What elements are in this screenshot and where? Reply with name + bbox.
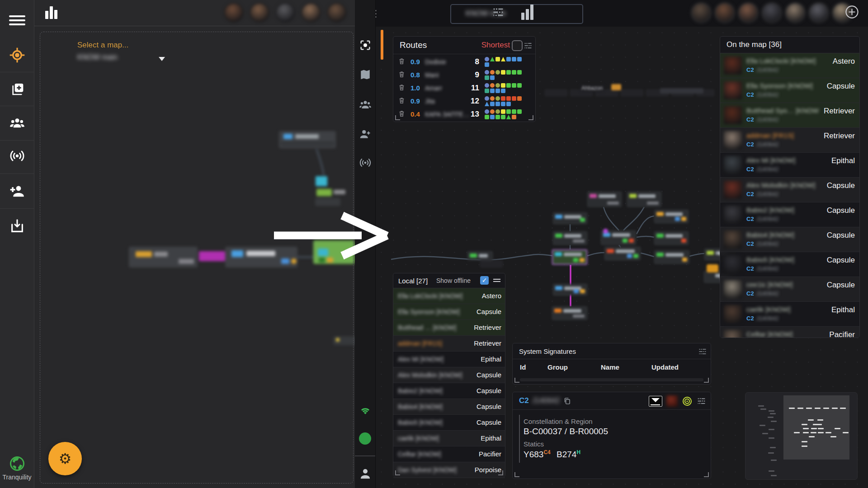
pilot-portrait[interactable] — [724, 255, 742, 273]
pilot-portrait[interactable] — [724, 181, 742, 199]
route-row[interactable]: 0.9Dodixie8 — [393, 56, 535, 69]
pilot-name[interactable]: Alex Molodkin [KNOW] — [746, 181, 816, 189]
on-map-row[interactable]: caelik [KNOW]C2J140642Epithal — [720, 302, 859, 327]
pilot-name[interactable]: addman [FR1S] — [398, 340, 442, 347]
system-node[interactable] — [587, 192, 622, 207]
avatar[interactable] — [738, 2, 759, 23]
on-map-row[interactable]: Alex Molodkin [KNOW]C2J140642Capsule — [720, 178, 859, 202]
route-row[interactable]: 0.8Mani9 — [393, 69, 535, 82]
route-row[interactable]: 0.4КАРА ЗАПТЕ…13 — [393, 108, 535, 122]
center-focus-icon[interactable] — [355, 33, 375, 57]
map-select-value[interactable]: KNOW main — [77, 53, 118, 61]
route-destination[interactable]: КАРА ЗАПТЕ… — [425, 111, 470, 118]
broadcast-icon[interactable] — [355, 151, 375, 174]
system-settings-icon[interactable] — [697, 396, 706, 406]
shortest-checkbox[interactable] — [512, 40, 523, 51]
filter-settings-icon[interactable] — [492, 6, 505, 19]
on-map-row[interactable]: Ella LokClocki [KNOW]C2J140642Astero — [720, 53, 859, 78]
groups-icon[interactable] — [0, 106, 34, 140]
pilot-name[interactable]: Ella LokClocki [KNOW] — [398, 292, 462, 300]
person-add-icon[interactable] — [355, 122, 375, 145]
pilot-portrait[interactable] — [724, 280, 742, 298]
on-map-row[interactable]: Butthead Syo… [KNOW]C2J140642Retriever — [720, 103, 859, 128]
minimap-viewport[interactable] — [783, 395, 849, 460]
route-destination[interactable]: Amarr — [425, 84, 442, 92]
on-map-row[interactable]: Babio2 [KNOW]C2J140642Capsule — [720, 202, 859, 227]
pilot-name[interactable]: Ella LokClocki [KNOW] — [746, 57, 816, 65]
pilot-portrait[interactable] — [724, 81, 742, 99]
system-node[interactable] — [467, 251, 493, 260]
route-row[interactable]: 0.9Jita12 — [393, 95, 535, 108]
pilot-name[interactable]: caelik [KNOW] — [398, 435, 439, 442]
pilot-name[interactable]: caelik [KNOW] — [746, 305, 791, 313]
avatar[interactable] — [785, 2, 806, 23]
system-node[interactable] — [654, 250, 689, 264]
col-id[interactable]: Id — [520, 363, 526, 371]
avatar[interactable] — [224, 3, 244, 23]
trash-icon[interactable] — [399, 84, 405, 93]
add-circle-icon[interactable] — [844, 5, 859, 19]
add-map-icon[interactable] — [0, 72, 34, 106]
secondary-map-canvas[interactable]: Select a map... KNOW main — [34, 0, 355, 488]
pilot-portrait[interactable] — [724, 106, 742, 124]
avatar[interactable] — [761, 2, 782, 23]
local-row[interactable]: Ella LokClocki [KNOW]Astero — [393, 288, 505, 304]
settings-fab[interactable]: ⚙ — [48, 442, 82, 475]
avatar[interactable] — [714, 2, 735, 23]
route-destination[interactable]: Mani — [425, 71, 439, 79]
local-row[interactable]: Celltar [KNOW]Pacifier — [393, 446, 505, 462]
local-row[interactable]: Babio4 [KNOW]Capsule — [393, 399, 505, 415]
system-node[interactable] — [654, 210, 689, 223]
pilot-portrait[interactable] — [724, 330, 742, 338]
local-row[interactable]: Alex Mi [KNOW]Epithal — [393, 352, 505, 367]
map-name-input[interactable]: KNOW main — [450, 4, 583, 24]
trash-icon[interactable] — [399, 71, 405, 80]
pilot-portrait[interactable] — [666, 395, 678, 407]
pilot-name[interactable]: Dan Sylvest [KNOW] — [398, 466, 457, 474]
col-name[interactable]: Name — [601, 363, 619, 371]
col-group[interactable]: Group — [547, 363, 568, 371]
person-add-icon[interactable] — [0, 174, 34, 208]
local-row[interactable]: caelik [KNOW]Epithal — [393, 431, 505, 446]
pilot-name[interactable]: Celltar [KNOW] — [398, 450, 441, 458]
on-map-row[interactable]: Ella Syonson [KNOW]C2J140642Capsule — [720, 78, 859, 103]
pilot-name[interactable]: addman [FR1S] — [746, 131, 794, 139]
stats-icon[interactable] — [45, 6, 57, 19]
pilot-name[interactable]: Babio2 [KNOW] — [398, 387, 443, 394]
save-map-icon[interactable] — [0, 210, 34, 243]
pilot-portrait[interactable] — [724, 156, 742, 174]
route-destination[interactable]: Dodixie — [425, 58, 446, 66]
pilot-portrait[interactable] — [724, 230, 742, 249]
pilot-name[interactable]: Alex Mi [KNOW] — [398, 356, 443, 363]
local-row[interactable]: Babio5 [KNOW]Capsule — [393, 415, 505, 431]
copy-icon[interactable] — [563, 397, 571, 405]
pilot-name[interactable]: Celltar [KNOW] — [746, 330, 793, 338]
chevron-down-icon[interactable] — [159, 57, 165, 61]
pilot-name[interactable]: Ella Syonson [KNOW] — [398, 308, 460, 315]
statistics-icon[interactable] — [521, 5, 533, 20]
local-row[interactable]: Alex Molodkin [KNOW]Capsule — [393, 367, 505, 383]
local-row[interactable]: Ella Syonson [KNOW]Capsule — [393, 304, 505, 320]
pilot-name[interactable]: Alex Molodkin [KNOW] — [398, 371, 462, 379]
route-row[interactable]: 1.0Amarr11 — [393, 82, 535, 95]
people-icon[interactable] — [355, 93, 375, 117]
system-node[interactable] — [480, 260, 503, 267]
on-map-row[interactable]: Alex Mi [KNOW]C2J140642Epithal — [720, 153, 859, 178]
system-node[interactable] — [553, 212, 587, 224]
pilot-portrait[interactable] — [724, 131, 742, 149]
local-row[interactable]: Dan Sylvest [KNOW]Porpoise — [393, 462, 505, 478]
local-row[interactable]: Babio2 [KNOW]Capsule — [393, 383, 505, 399]
menu-icon[interactable] — [0, 4, 34, 37]
col-updated[interactable]: Updated — [651, 363, 679, 371]
pilot-name[interactable]: Alex Mi [KNOW] — [746, 156, 795, 164]
signatures-settings-icon[interactable] — [698, 347, 707, 356]
avatar[interactable] — [691, 2, 712, 23]
system-node[interactable] — [621, 89, 643, 96]
pilot-portrait[interactable] — [724, 56, 742, 75]
system-node[interactable] — [553, 231, 587, 245]
system-node[interactable] — [553, 284, 587, 296]
pilot-name[interactable]: Butthead Syo… [KNOW] — [746, 107, 819, 114]
avatar[interactable] — [250, 3, 269, 23]
trash-icon[interactable] — [399, 58, 405, 66]
pilot-portrait[interactable] — [724, 305, 742, 323]
